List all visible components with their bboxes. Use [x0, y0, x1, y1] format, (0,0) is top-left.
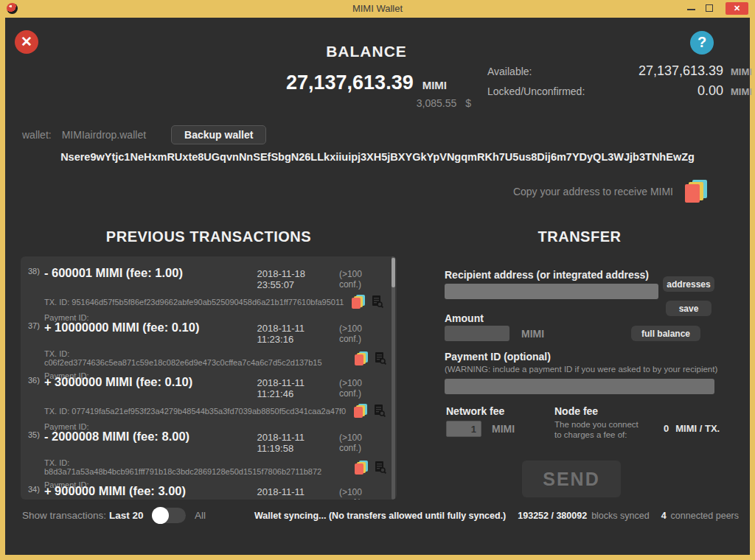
availability-section: Available: 27,137,613.39 MIMI Locked/Unc… — [487, 63, 755, 103]
all-label: All — [195, 510, 206, 521]
node-fee-desc-line1: The node you connect — [554, 419, 639, 430]
recipient-address-input[interactable] — [445, 284, 658, 299]
copy-address-icon[interactable] — [682, 180, 707, 203]
tx-confirmations: (>100 conf.) — [339, 378, 386, 399]
balance-section: BALANCE 27,137,613.39 MIMI 3,085.55$ — [240, 43, 493, 109]
amount-input[interactable] — [445, 326, 509, 341]
main-content: ✕ ? BALANCE 27,137,613.39 MIMI 3,085.55$… — [5, 18, 750, 555]
wallet-name: MIMIairdrop.wallet — [62, 129, 146, 141]
save-address-button[interactable]: save — [666, 301, 711, 316]
blocks-synced-value: 193252 / 380092 — [518, 511, 587, 521]
tx-date: 2018-11-18 23:55:07 — [257, 268, 338, 290]
tx-index: 37) — [28, 321, 44, 330]
view-tx-details-icon[interactable] — [372, 295, 383, 308]
tx-amount: + 3000000 MIMI (fee: 0.10) — [44, 375, 257, 389]
transaction-row: 34) + 900000 MIMI (fee: 3.00) 2018-11-11… — [21, 475, 397, 500]
show-transactions-label: Show transactions: — [22, 510, 106, 521]
tx-amount: - 600001 MIMI (fee: 1.00) — [44, 266, 257, 280]
transactions-list[interactable]: 38) - 600001 MIMI (fee: 1.00) 2018-11-18… — [21, 256, 397, 500]
addresses-button[interactable]: addresses — [663, 276, 714, 292]
copy-address-control[interactable]: Copy your address to receive MIMI — [513, 180, 707, 203]
blocks-synced-label: blocks synced — [591, 511, 650, 521]
tx-id: TX. ID: 951646d57f5b5f86ef23d9662abfe90a… — [44, 298, 344, 307]
fiat-amount: 3,085.55 — [417, 97, 457, 109]
locked-label: Locked/Unconfirmed: — [487, 85, 611, 97]
transactions-scrollbar-thumb[interactable] — [392, 258, 395, 287]
close-window-button[interactable]: ✕ — [726, 2, 748, 15]
view-tx-details-icon[interactable] — [375, 461, 386, 474]
available-value: 27,137,613.39 — [611, 63, 723, 79]
node-fee-amount: 0 — [664, 423, 669, 434]
copy-address-hint: Copy your address to receive MIMI — [513, 186, 673, 197]
available-unit: MIMI — [731, 66, 755, 77]
balance-fiat: 3,085.55$ — [240, 97, 493, 109]
locked-unit: MIMI — [731, 86, 755, 97]
copy-txid-icon[interactable] — [353, 461, 368, 475]
tx-index: 35) — [28, 430, 44, 439]
tx-index: 36) — [28, 376, 44, 385]
amount-unit-label: MIMI — [521, 328, 544, 340]
tx-date: 2018-11-11 11:14:41 — [257, 486, 338, 500]
tx-date: 2018-11-11 11:19:58 — [257, 432, 338, 454]
tx-date: 2018-11-11 11:23:16 — [257, 323, 338, 345]
balance-amount: 27,137,613.39 — [286, 71, 414, 94]
tx-id: TX. ID: 077419fa5a21ef953f23a4279b48544b… — [44, 407, 346, 416]
node-fee-description: The node you connect to charges a fee of… — [554, 419, 639, 440]
node-fee-unit-label: MIMI / TX. — [675, 423, 720, 434]
tx-index: 34) — [28, 485, 44, 494]
tx-amount: + 900000 MIMI (fee: 3.00) — [44, 484, 257, 498]
transfer-heading: TRANSFER — [445, 228, 714, 245]
title-bar: MIMI Wallet ✕ — [0, 0, 755, 18]
maximize-button[interactable] — [706, 4, 713, 12]
available-label: Available: — [487, 66, 611, 77]
tx-confirmations: (>100 conf.) — [339, 487, 386, 500]
amount-label: Amount — [445, 312, 484, 324]
network-fee-unit-label: MIMI — [492, 423, 515, 435]
copy-txid-icon[interactable] — [353, 351, 368, 365]
tx-confirmations: (>100 conf.) — [339, 323, 386, 344]
tx-id: TX. ID: b8d3a71a53a48b4bcb961fff791b18c3… — [44, 458, 347, 476]
minimize-button[interactable] — [687, 9, 695, 10]
help-button[interactable]: ? — [690, 31, 714, 55]
view-tx-details-icon[interactable] — [374, 405, 386, 417]
previous-transactions-heading: PREVIOUS TRANSACTIONS — [21, 228, 397, 245]
connected-peers-label: connected peers — [671, 511, 739, 521]
network-fee-input[interactable] — [446, 421, 481, 437]
fiat-unit: $ — [465, 97, 471, 109]
tx-index: 38) — [28, 267, 44, 276]
toggle-knob[interactable] — [152, 507, 169, 524]
payment-id-input[interactable] — [445, 379, 714, 394]
node-fee-desc-line2: to charges a fee of: — [554, 430, 639, 440]
full-balance-button[interactable]: full balance — [631, 326, 700, 341]
recipient-address-label: Recipient address (or integrated address… — [445, 269, 649, 281]
payment-id-label: Payment ID (optional) — [445, 351, 551, 363]
tx-amount: - 2000008 MIMI (fee: 8.00) — [44, 430, 257, 444]
connected-peers-value: 4 — [661, 511, 667, 521]
tx-date: 2018-11-11 11:21:46 — [257, 377, 338, 399]
wallet-row: wallet: MIMIairdrop.wallet Backup wallet — [22, 125, 266, 144]
tx-confirmations: (>100 conf.) — [339, 269, 386, 290]
sync-status-bar: Wallet syncing... (No transfers allowed … — [254, 511, 739, 521]
tx-confirmations: (>100 conf.) — [339, 433, 386, 453]
locked-value: 0.00 — [611, 83, 723, 99]
transaction-row: 38) - 600001 MIMI (fee: 1.00) 2018-11-18… — [21, 256, 397, 311]
app-window: MIMI Wallet ✕ ✕ ? BALANCE 27,137,613.39 … — [0, 0, 755, 560]
last20-label: Last 20 — [109, 510, 144, 521]
close-wallet-button[interactable]: ✕ — [15, 30, 38, 54]
balance-unit: MIMI — [422, 79, 447, 91]
balance-heading: BALANCE — [240, 43, 493, 60]
node-fee-label: Node fee — [554, 405, 598, 417]
copy-txid-icon[interactable] — [350, 295, 365, 309]
send-button[interactable]: SEND — [522, 461, 621, 497]
payment-id-warning: (WARNING: include a payment ID if you we… — [445, 365, 717, 374]
transactions-scrollbar[interactable] — [392, 256, 395, 500]
transactions-filter-toggle[interactable] — [152, 508, 186, 523]
view-tx-details-icon[interactable] — [375, 352, 386, 365]
window-title: MIMI Wallet — [0, 3, 755, 14]
sync-status-text: Wallet syncing... (No transfers allowed … — [254, 511, 506, 521]
tx-amount: + 10000000 MIMI (fee: 0.10) — [44, 321, 257, 335]
wallet-label: wallet: — [22, 129, 52, 141]
backup-wallet-button[interactable]: Backup wallet — [171, 125, 266, 144]
copy-txid-icon[interactable] — [352, 404, 367, 418]
wallet-address: Nsere9wYtjc1NeHxmRUxte8UGqvnNnSEfSbgN26L… — [5, 151, 750, 163]
